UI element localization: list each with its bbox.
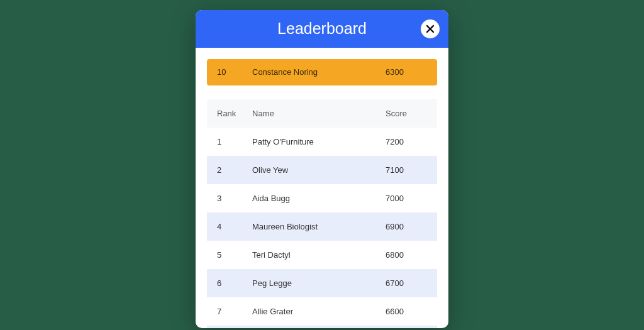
row-rank: 5 [217, 250, 252, 260]
modal-title: Leaderboard [277, 19, 367, 38]
highlight-name: Constance Noring [252, 67, 386, 77]
highlight-rank: 10 [217, 67, 252, 77]
row-rank: 4 [217, 222, 252, 231]
row-rank: 2 [217, 165, 252, 175]
row-name: Aida Bugg [252, 194, 386, 203]
row-rank: 3 [217, 194, 252, 203]
row-rank: 1 [217, 137, 252, 146]
row-score: 6600 [386, 307, 427, 316]
table-row: 7Allie Grater6600 [207, 297, 437, 326]
row-name: Maureen Biologist [252, 222, 386, 231]
table-row: 5Teri Dactyl6800 [207, 241, 437, 269]
row-score: 6700 [386, 278, 427, 288]
row-rank: 7 [217, 307, 252, 316]
table-row: 8Liz Erd6500 [207, 326, 437, 328]
row-score: 6800 [386, 250, 427, 260]
table-header-row: Rank Name Score [207, 99, 437, 128]
row-score: 6900 [386, 222, 427, 231]
table-row: 3Aida Bugg7000 [207, 184, 437, 212]
row-name: Teri Dactyl [252, 250, 386, 260]
close-icon [426, 25, 435, 33]
row-rank: 6 [217, 278, 252, 288]
table-row: 2Olive Yew7100 [207, 156, 437, 184]
header-name: Name [252, 109, 386, 118]
table-row: 6Peg Legge6700 [207, 269, 437, 297]
row-name: Patty O'Furniture [252, 137, 386, 146]
highlight-score: 6300 [386, 67, 427, 77]
table-rows-container: 1Patty O'Furniture72002Olive Yew71003Aid… [207, 128, 437, 328]
table-row: 4Maureen Biologist6900 [207, 212, 437, 241]
highlighted-user-row: 10 Constance Noring 6300 [207, 59, 437, 85]
modal-body[interactable]: 10 Constance Noring 6300 Rank Name Score… [196, 48, 448, 328]
leaderboard-modal: Leaderboard 10 Constance Noring 6300 Ran… [196, 10, 448, 328]
row-score: 7200 [386, 137, 427, 146]
table-row: 1Patty O'Furniture7200 [207, 128, 437, 156]
header-score: Score [386, 109, 427, 118]
row-name: Peg Legge [252, 278, 386, 288]
row-score: 7100 [386, 165, 427, 175]
row-name: Olive Yew [252, 165, 386, 175]
modal-header: Leaderboard [196, 10, 448, 48]
header-rank: Rank [217, 109, 252, 118]
close-button[interactable] [421, 19, 440, 38]
row-score: 7000 [386, 194, 427, 203]
row-name: Allie Grater [252, 307, 386, 316]
